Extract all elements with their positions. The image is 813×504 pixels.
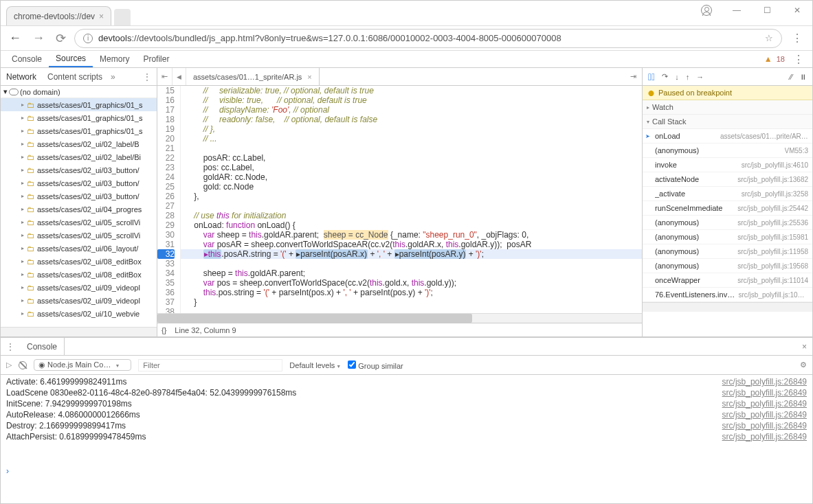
code-line[interactable]: ▸this.posAR.string = '(' + ▸parseInt(pos… <box>181 249 642 259</box>
navigator-tab-network[interactable]: Network <box>1 68 42 85</box>
code-line[interactable] <box>181 144 642 153</box>
code-line[interactable]: // readonly: false, // optional, default… <box>181 115 642 124</box>
console-output[interactable]: Activate: 6.461999999824911mssrc/jsb_pol… <box>1 375 812 465</box>
code-line[interactable]: var pos = sheep.convertToWorldSpace(cc.v… <box>181 278 642 288</box>
step-over-icon[interactable]: ↷ <box>662 72 668 81</box>
code-line[interactable]: // displayName: 'Foo', // optional <box>181 105 642 115</box>
stack-frame[interactable]: (anonymous)src/jsb_polyfill.js:15981 <box>643 230 812 244</box>
stack-loc[interactable]: src/jsb_polyfill.js:11958 <box>737 248 808 255</box>
drawer-close-icon[interactable]: × <box>802 342 807 352</box>
console-prompt[interactable]: › <box>1 465 812 477</box>
line-number[interactable]: 28 <box>157 211 175 220</box>
line-number[interactable]: 36 <box>157 288 175 297</box>
tab-console[interactable]: Console <box>5 51 49 67</box>
console-row[interactable]: LoadScene 0830ee82-0116-48c4-82e0-89784f… <box>1 387 812 398</box>
file-tree[interactable]: ▾ (no domain) ▸ 🗀 assets/cases/01_graphi… <box>1 86 157 327</box>
stack-loc[interactable]: src/jsb_polyfill.js:25536 <box>737 219 808 227</box>
console-row[interactable]: Activate: 6.461999999824911mssrc/jsb_pol… <box>1 376 812 387</box>
show-debugger-icon[interactable]: ⇥ <box>625 72 642 81</box>
nav-reload-icon[interactable]: ⟳ <box>53 31 69 46</box>
tree-item[interactable]: ▸ 🗀 assets/cases/02_ui/03_button/ <box>1 176 157 190</box>
minimize-button[interactable]: — <box>722 1 752 20</box>
line-number[interactable]: 34 <box>157 268 175 278</box>
console-source-link[interactable]: src/jsb_polyfill.js:26849 <box>722 388 807 398</box>
tree-item[interactable]: ▸ 🗀 assets/cases/02_ui/08_editBox <box>1 255 157 268</box>
drawer-tab-console[interactable]: Console <box>20 338 65 355</box>
tree-item[interactable]: ▸ 🗀 assets/cases/02_ui/02_label/B <box>1 137 157 150</box>
line-number[interactable]: 19 <box>157 124 175 134</box>
prev-file-icon[interactable]: ◀ <box>172 68 186 85</box>
resume-icon[interactable]: ▶⃓ <box>648 71 655 82</box>
tree-item[interactable]: ▸ 🗀 assets/cases/02_ui/10_webvie <box>1 307 157 320</box>
devtools-menu-icon[interactable]: ⋮ <box>789 53 808 66</box>
tree-item[interactable]: ▸ 🗀 assets/cases/01_graphics/01_s <box>1 98 157 111</box>
close-file-icon[interactable]: × <box>307 73 311 81</box>
line-number[interactable]: 32 <box>157 249 175 259</box>
code-line[interactable]: // visible: true, // optional, default i… <box>181 95 642 105</box>
code-line[interactable]: // use this for initialization <box>181 211 642 220</box>
stack-frame[interactable]: (anonymous)src/jsb_polyfill.js:25536 <box>643 216 812 230</box>
browser-tab[interactable]: chrome-devtools://dev × <box>6 6 111 25</box>
line-number[interactable]: 17 <box>157 105 175 115</box>
line-number[interactable]: 35 <box>157 278 175 288</box>
file-tab[interactable]: assets/cases/01…1_sprite/AR.js × <box>186 68 320 85</box>
tree-item[interactable]: ▸ 🗀 assets/cases/02_ui/03_button/ <box>1 190 157 203</box>
line-number[interactable]: 31 <box>157 240 175 249</box>
console-filter-input[interactable] <box>138 359 282 371</box>
code-line[interactable]: sheep = this.goldAR.parent; <box>181 268 642 278</box>
deactivate-breakpoints-icon[interactable]: ⁄⁄ <box>790 73 792 81</box>
levels-dropdown[interactable]: Default levels <box>289 361 341 369</box>
warning-icon[interactable]: ▲ <box>764 54 772 64</box>
navigator-tab-content-scripts[interactable]: Content scripts <box>42 68 108 85</box>
stack-loc[interactable]: src/jsb_polyfill.js:15981 <box>737 233 808 241</box>
stack-frame[interactable]: onLoadassets/cases/01…prite/AR.js:32 <box>643 129 812 144</box>
code-line[interactable]: var posAR = sheep.convertToWorldSpaceAR(… <box>181 240 642 249</box>
code-line[interactable]: posAR: cc.Label, <box>181 153 642 163</box>
code-line[interactable]: } <box>181 297 642 307</box>
code-line[interactable]: goldAR: cc.Node, <box>181 172 642 182</box>
url-field[interactable]: i devtools://devtools/bundled/js_app.htm… <box>74 29 782 48</box>
code-line[interactable]: this.pos.string = '(' + parseInt(pos.x) … <box>181 288 642 297</box>
tree-item[interactable]: ▸ 🗀 assets/cases/02_ui/05_scrollVi <box>1 216 157 229</box>
navigator-more-tabs[interactable]: » <box>111 72 115 82</box>
step-into-icon[interactable]: ↓ <box>675 73 679 81</box>
close-window-button[interactable]: ✕ <box>782 1 812 20</box>
stack-loc[interactable]: src/jsb_polyfill.js:25442 <box>737 205 808 212</box>
code-line[interactable] <box>181 259 642 268</box>
stack-frame[interactable]: invokesrc/jsb_polyfill.js:4610 <box>643 158 812 172</box>
group-similar-toggle[interactable]: Group similar <box>348 360 403 370</box>
console-source-link[interactable]: src/jsb_polyfill.js:26849 <box>722 399 807 409</box>
navigator-options-icon[interactable]: ⋮ <box>143 72 151 82</box>
tree-item[interactable]: ▸ 🗀 assets/cases/02_ui/02_label/Bi <box>1 150 157 163</box>
tree-item[interactable]: ▸ 🗀 assets/cases/02_ui/05_scrollVi <box>1 229 157 242</box>
right-scrollbar-h[interactable] <box>643 302 812 312</box>
stack-loc[interactable]: src/jsb_polyfill.js:19568 <box>737 262 808 270</box>
console-eye-icon[interactable]: ▷ <box>6 360 12 369</box>
stack-loc[interactable]: src/jsb_polyfill.js:10859 <box>738 291 808 299</box>
console-source-link[interactable]: src/jsb_polyfill.js:26849 <box>722 377 807 387</box>
console-row[interactable]: AttachPersist: 0.618999999478459mssrc/js… <box>1 431 812 442</box>
tree-item[interactable]: ▸ 🗀 assets/cases/01_graphics/01_s <box>1 111 157 124</box>
console-source-link[interactable]: src/jsb_polyfill.js:26849 <box>722 432 807 442</box>
section-watch[interactable]: Watch <box>643 100 812 115</box>
warning-count[interactable]: 18 <box>777 55 785 63</box>
console-row[interactable]: Destroy: 2.166999999899417mssrc/jsb_poly… <box>1 420 812 431</box>
line-gutter[interactable]: 1516171819202122232425262728293031323334… <box>157 86 181 313</box>
code-line[interactable]: // ... <box>181 134 642 144</box>
tab-sources[interactable]: Sources <box>49 51 93 67</box>
tab-memory[interactable]: Memory <box>93 51 136 67</box>
code-status-braces[interactable]: {} <box>162 326 166 334</box>
stack-frame[interactable]: onceWrappersrc/jsb_polyfill.js:11014 <box>643 273 812 288</box>
tree-item[interactable]: ▸ 🗀 assets/cases/02_ui/04_progres <box>1 203 157 216</box>
code-area[interactable]: 1516171819202122232425262728293031323334… <box>157 86 642 313</box>
group-similar-checkbox[interactable] <box>348 360 356 369</box>
stack-loc[interactable]: src/jsb_polyfill.js:4610 <box>742 161 808 169</box>
close-tab-icon[interactable]: × <box>99 12 104 21</box>
browser-menu-icon[interactable]: ⋮ <box>788 32 807 45</box>
section-call-stack[interactable]: Call Stack <box>643 115 812 129</box>
star-icon[interactable]: ☆ <box>765 33 773 43</box>
stack-frame[interactable]: _activatesrc/jsb_polyfill.js:3258 <box>643 187 812 201</box>
tree-item[interactable]: ▸ 🗀 assets/cases/02_ui/09_videopl <box>1 294 157 307</box>
stack-frame[interactable]: activateNodesrc/jsb_polyfill.js:13682 <box>643 172 812 187</box>
code-line[interactable]: // }, <box>181 124 642 134</box>
